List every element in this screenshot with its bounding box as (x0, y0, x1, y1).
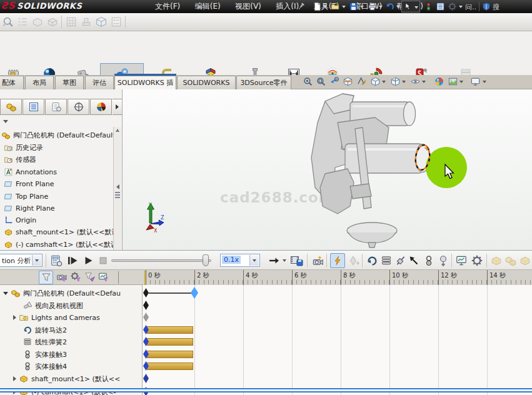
zoom-fit-icon[interactable] (303, 76, 313, 87)
motion-study-properties-icon[interactable] (471, 254, 483, 267)
undo-dropdown[interactable] (396, 6, 400, 8)
new-file-icon[interactable] (313, 2, 322, 11)
menu-file[interactable]: 文件(F) (149, 0, 186, 13)
new-file-dropdown[interactable] (323, 6, 327, 8)
tree-row-right-plane[interactable]: Right Plane (0, 202, 114, 214)
tab-assembly[interactable]: 配体 (0, 76, 24, 89)
playback-mode-dropdown[interactable] (283, 259, 286, 262)
search-text[interactable]: 搜 (493, 2, 499, 12)
part-a-icon[interactable] (31, 16, 44, 28)
damper-icon[interactable] (394, 254, 407, 267)
filter-results-icon[interactable] (98, 271, 109, 283)
pin-menu-icon[interactable] (296, 2, 306, 11)
motion-row-assembly-root[interactable]: 阀门凸轮机构 (Default<Defau (0, 287, 141, 299)
hide-show-items-icon[interactable] (410, 76, 421, 87)
view-orientation-icon[interactable] (370, 76, 381, 87)
edit-appearance-icon[interactable] (434, 76, 444, 87)
keyframe-navy[interactable] (143, 374, 149, 383)
motion-row-rotary-motor[interactable]: 旋转马达2 (0, 324, 141, 336)
expand-open-icon[interactable] (3, 292, 8, 295)
contact-icon[interactable] (423, 254, 435, 267)
save-dropdown[interactable] (360, 6, 364, 8)
tree-row-origin[interactable]: Origin (0, 214, 114, 226)
options-dropdown[interactable] (459, 6, 463, 8)
filter-none-icon[interactable] (41, 271, 52, 283)
open-dropdown[interactable] (342, 6, 346, 8)
tree-row-front-plane[interactable]: Front Plane (0, 178, 114, 190)
apply-scene-icon[interactable] (448, 76, 458, 87)
tab-displaymanager[interactable] (90, 99, 112, 115)
gravity-icon[interactable] (437, 254, 449, 267)
hide-show-dropdown[interactable] (422, 81, 426, 83)
section-view-icon[interactable] (343, 76, 353, 87)
filter-driving-icon[interactable] (70, 271, 82, 283)
display-style-dropdown[interactable] (402, 81, 406, 83)
motion-row-lights-cameras[interactable]: Lights and Cameras (0, 311, 141, 324)
print-dropdown[interactable] (379, 6, 383, 8)
menu-edit[interactable]: 编辑(E) (189, 0, 227, 13)
print-icon[interactable] (368, 2, 377, 11)
design-library-icon[interactable] (16, 16, 29, 28)
tree-row-annotations[interactable]: Annotations (0, 166, 114, 178)
playback-slider-thumb[interactable] (203, 254, 209, 266)
timeline-ruler[interactable]: 0 秒 2 秒 4 秒 6 秒 8 秒 10 秒 12 秒 14 秒 (143, 270, 532, 285)
tab-solidworks-addins[interactable]: SOLIDWORKS 插件 (114, 76, 176, 89)
keyframe-black[interactable] (143, 288, 149, 298)
results-and-plots-icon[interactable] (455, 254, 468, 267)
duration-bar-contact3[interactable] (147, 351, 193, 358)
tree-row-camshaft[interactable]: (-) camshaft<1> (默认<<默认> (0, 239, 114, 250)
motion-row-contact-3[interactable]: 实体接触3 (0, 348, 141, 361)
play-icon[interactable] (82, 254, 94, 267)
splitter-grip[interactable] (115, 192, 120, 193)
open-icon[interactable] (330, 2, 340, 11)
rebuild-traffic-light-icon[interactable] (424, 1, 433, 12)
3d-drawing-view-icon[interactable] (356, 76, 367, 87)
menu-view[interactable]: 视图(V) (229, 0, 268, 13)
save-icon[interactable] (349, 2, 358, 11)
tree-row-history[interactable]: 历史记录 (0, 142, 114, 154)
duration-bar-contact4[interactable] (147, 362, 193, 370)
duration-bar-spring[interactable] (147, 338, 193, 346)
keyframe-gray[interactable] (143, 312, 149, 322)
display-style-icon[interactable] (390, 76, 401, 87)
force-icon[interactable] (408, 254, 420, 267)
filter-animated-icon[interactable] (56, 271, 68, 283)
pattern-icon[interactable] (65, 16, 78, 28)
graphics-viewport[interactable]: cad2688.com (123, 89, 532, 250)
study-type-combo[interactable]: tion 分析 (0, 254, 43, 267)
tab-featuremanager[interactable] (0, 99, 22, 115)
filter-selected-icon[interactable] (84, 271, 96, 283)
part-b-icon[interactable] (46, 16, 59, 28)
motion-row-shaft-mount[interactable]: shaft_mount<1> (默认<< (0, 372, 141, 385)
tab-3dsource[interactable]: 3DSource零件库 (236, 76, 291, 89)
display-pane-icon[interactable] (436, 2, 445, 11)
options-gear-icon[interactable] (448, 2, 457, 11)
timeline-canvas[interactable] (143, 285, 532, 395)
play-from-start-icon[interactable] (66, 254, 79, 267)
tree-row-assembly-root[interactable]: 阀门凸轮机构 (Default<Default_Disp (0, 129, 114, 141)
apply-scene-dropdown[interactable] (459, 81, 463, 83)
view-settings-icon[interactable] (470, 76, 481, 87)
view-settings-dropdown[interactable] (483, 81, 486, 83)
panel-filter-dropdown[interactable] (3, 120, 8, 123)
scroll-up-icon[interactable] (116, 129, 119, 132)
playback-speed-combo[interactable]: 0.1x (220, 254, 260, 267)
tree-row-top-plane[interactable]: Top Plane (0, 191, 114, 202)
animation-wizard-icon[interactable] (311, 254, 324, 267)
undo-icon[interactable] (385, 2, 394, 11)
zoom-area-icon[interactable] (316, 76, 326, 87)
tab-layout[interactable]: 布局 (25, 76, 54, 89)
keyframe-blue-large[interactable] (191, 287, 198, 299)
previous-view-icon[interactable] (329, 76, 339, 87)
motor-icon[interactable] (366, 254, 378, 267)
tree-row-sensors[interactable]: 传感器 (0, 154, 114, 166)
box-icon[interactable] (95, 16, 108, 28)
panel-expand-button[interactable] (113, 99, 123, 115)
menubar-overflow-text[interactable]: 问.. (465, 2, 476, 12)
cad-model[interactable] (311, 94, 429, 248)
motionmanager-splitter[interactable] (0, 388, 532, 392)
tree-row-shaft-mount[interactable]: shaft_mount<1> (默认<<默认>_ (0, 226, 114, 238)
select-dropdown[interactable] (414, 6, 418, 9)
help-shield-icon[interactable] (482, 2, 491, 11)
tab-sketch[interactable]: 草图 (55, 76, 84, 89)
